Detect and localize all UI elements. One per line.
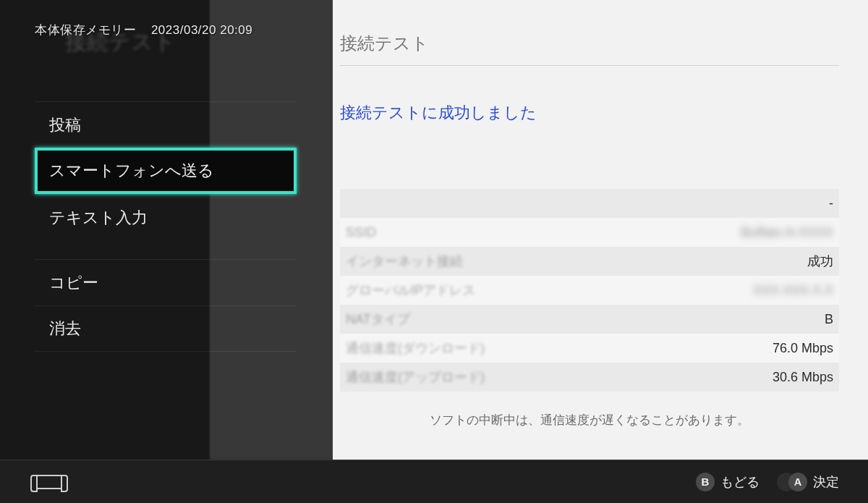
- result-value: -: [829, 196, 833, 211]
- header: 接続テスト 本体保存メモリー 2023/03/20 20:09: [0, 0, 868, 72]
- result-row-download-speed: 通信速度(ダウンロード) 76.0 Mbps: [340, 334, 839, 363]
- menu-item-label: テキスト入力: [49, 207, 148, 229]
- result-label: NATタイプ: [346, 310, 410, 328]
- menu-gap: [35, 240, 297, 259]
- result-label: SSID: [346, 225, 376, 240]
- connection-result-table: - SSID Buffalo-A-XXXX インターネット接続 成功 グローバル…: [340, 189, 839, 392]
- result-value: 30.6 Mbps: [773, 370, 833, 385]
- ghost-title: 接続テスト: [65, 28, 176, 57]
- result-label: 通信速度(アップロード): [346, 368, 485, 386]
- menu-item-label: 消去: [49, 318, 81, 339]
- result-value: 76.0 Mbps: [773, 341, 833, 356]
- menu-send-to-smartphone[interactable]: スマートフォンへ送る: [35, 148, 297, 194]
- result-row-upload-speed: 通信速度(アップロード) 30.6 Mbps: [340, 363, 839, 392]
- result-row-ssid: SSID Buffalo-A-XXXX: [340, 218, 839, 247]
- footer-right: B もどる A 決定: [696, 473, 839, 491]
- result-label: グローバルIPアドレス: [346, 282, 475, 299]
- result-row-internet: インターネット接続 成功: [340, 247, 839, 276]
- menu-copy[interactable]: コピー: [35, 259, 297, 305]
- footer: B もどる A 決定: [0, 460, 868, 503]
- confirm-label: 決定: [813, 473, 839, 491]
- screen: 接続テスト 接続テストに成功しました - SSID Buffalo-A-XXXX…: [0, 0, 868, 503]
- menu-post[interactable]: 投稿: [35, 101, 297, 148]
- result-value: B: [825, 312, 833, 327]
- confirm-hint[interactable]: A 決定: [777, 473, 839, 491]
- connection-success-message: 接続テストに成功しました: [340, 102, 839, 124]
- footer-left: [35, 475, 64, 489]
- result-value: XXX.XXX.X.X: [753, 283, 833, 298]
- album-menu: 投稿スマートフォンへ送るテキスト入力コピー消去: [35, 101, 297, 352]
- menu-text-input[interactable]: テキスト入力: [35, 194, 297, 240]
- result-row-nat-type: NATタイプ B: [340, 305, 839, 334]
- b-button-icon: B: [696, 473, 715, 491]
- menu-item-label: 投稿: [49, 114, 81, 136]
- result-label: インターネット接続: [346, 253, 463, 270]
- menu-item-label: スマートフォンへ送る: [49, 160, 214, 182]
- menu-delete[interactable]: 消去: [35, 305, 297, 352]
- result-row-global-ip: グローバルIPアドレス XXX.XXX.X.X: [340, 276, 839, 305]
- result-row: -: [340, 189, 839, 218]
- result-value: Buffalo-A-XXXX: [741, 225, 833, 240]
- result-label: 通信速度(ダウンロード): [346, 339, 485, 357]
- back-label: もどる: [720, 473, 760, 491]
- a-button-icon-shadow: [777, 473, 796, 491]
- menu-item-label: コピー: [49, 272, 98, 294]
- connection-note: ソフトの中断中は、通信速度が遅くなることがあります。: [340, 412, 839, 428]
- back-hint[interactable]: B もどる: [696, 473, 760, 491]
- result-value: 成功: [807, 253, 833, 270]
- console-icon[interactable]: [35, 475, 64, 489]
